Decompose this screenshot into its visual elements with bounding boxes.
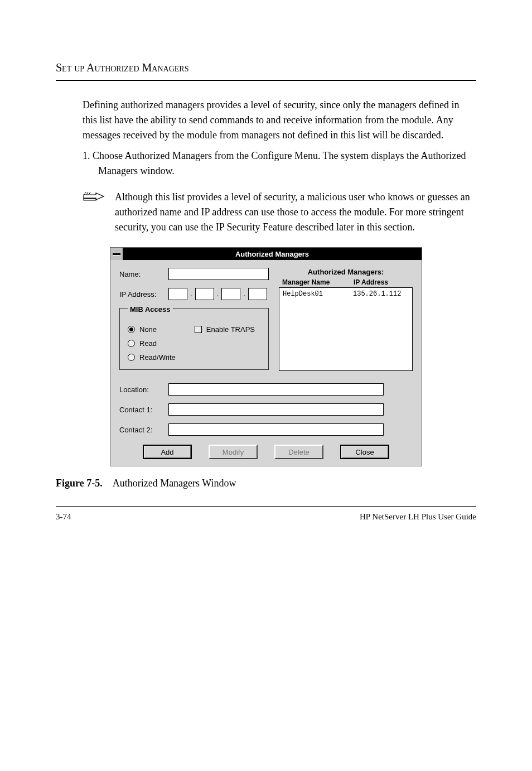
intro-paragraph: Defining authorized managers provides a …	[83, 98, 476, 143]
label-name: Name:	[119, 270, 163, 278]
close-button[interactable]: Close	[340, 445, 389, 459]
col-ip-address: IP Address	[354, 278, 409, 286]
ip-octet-2[interactable]	[195, 288, 214, 300]
title-bar: Authorized Managers	[110, 248, 422, 260]
figure-label: Figure 7-5.	[56, 478, 103, 489]
heading-rule	[56, 80, 476, 81]
location-input[interactable]	[168, 383, 384, 396]
ip-octet-1[interactable]	[168, 288, 187, 300]
checkbox-icon	[195, 326, 202, 333]
list-item-ip: 135.26.1.112	[353, 290, 409, 298]
radio-icon	[128, 340, 135, 347]
dialog-title: Authorized Managers	[123, 250, 422, 258]
section-heading: Set up Authorized Managers	[56, 61, 476, 74]
delete-button[interactable]: Delete	[274, 445, 323, 459]
note-text: Although this list provides a level of s…	[115, 190, 476, 235]
checkbox-enable-traps-label: Enable TRAPS	[206, 325, 255, 334]
figure-caption-text: Authorized Managers Window	[113, 478, 236, 489]
checkbox-enable-traps[interactable]: Enable TRAPS	[195, 325, 255, 334]
radio-read-label: Read	[139, 339, 157, 348]
col-manager-name: Manager Name	[282, 278, 354, 286]
add-button[interactable]: Add	[143, 445, 192, 459]
radio-readwrite[interactable]: Read/Write	[128, 353, 176, 362]
authorized-managers-listbox[interactable]: HelpDesk01 135.26.1.112	[279, 287, 413, 371]
ip-address-group: . . .	[168, 288, 267, 300]
footer-left: 3-74	[56, 512, 71, 522]
label-location: Location:	[119, 386, 163, 394]
radio-none-label: None	[139, 325, 157, 334]
radio-readwrite-label: Read/Write	[139, 353, 176, 362]
mib-access-group: MIB Access None Read	[119, 308, 269, 370]
figure-authorized-managers: Authorized Managers Name: IP Address: .	[110, 247, 422, 466]
footer-right: HP NetServer LH Plus User Guide	[360, 512, 476, 522]
system-menu-button[interactable]	[110, 248, 123, 260]
radio-read[interactable]: Read	[128, 339, 176, 348]
dialog-authorized-managers: Authorized Managers Name: IP Address: .	[110, 247, 422, 466]
radio-none[interactable]: None	[128, 325, 176, 334]
note-hand-icon	[83, 190, 105, 203]
ip-octet-3[interactable]	[221, 288, 240, 300]
modify-button[interactable]: Modify	[209, 445, 258, 459]
label-authorized-managers: Authorized Managers:	[279, 268, 413, 276]
page-footer: 3-74 HP NetServer LH Plus User Guide	[56, 506, 476, 522]
contact2-input[interactable]	[168, 423, 384, 436]
name-input[interactable]	[168, 268, 269, 280]
label-ip: IP Address:	[119, 290, 163, 298]
label-contact2: Contact 2:	[119, 426, 163, 434]
list-item[interactable]: HelpDesk01 135.26.1.112	[283, 290, 409, 298]
contact1-input[interactable]	[168, 403, 384, 416]
ip-octet-4[interactable]	[248, 288, 267, 300]
figure-caption: Figure 7-5. Authorized Managers Window	[56, 478, 476, 489]
list-column-headers: Manager Name IP Address	[279, 278, 413, 287]
list-item-name: HelpDesk01	[283, 290, 353, 298]
label-mib-access: MIB Access	[128, 305, 173, 314]
radio-icon	[128, 326, 135, 333]
step-1: 1. Choose Authorized Managers from the C…	[83, 148, 476, 179]
label-contact1: Contact 1:	[119, 406, 163, 414]
radio-icon	[128, 354, 135, 361]
note-block: Although this list provides a level of s…	[83, 190, 476, 235]
